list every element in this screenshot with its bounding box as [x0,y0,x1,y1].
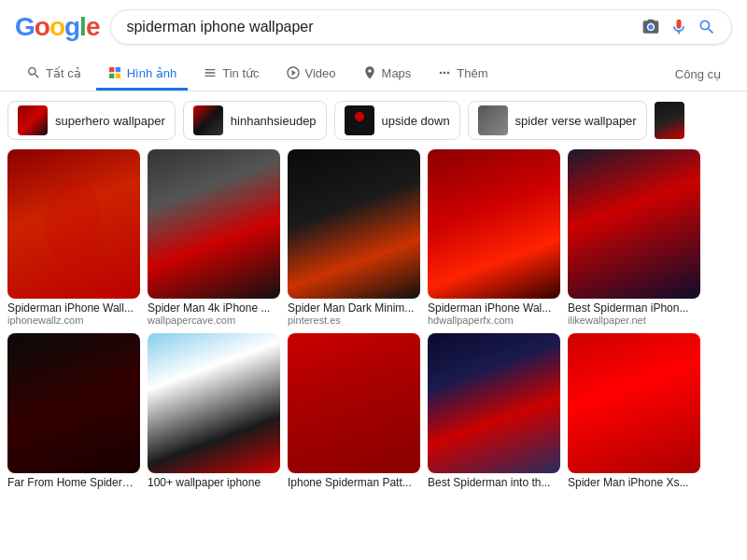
filter-chips: superhero wallpaper hinhanhsieudep upsid… [0,91,747,149]
image-caption-8: Iphone Spiderman Patt... [288,476,418,489]
image-card-2[interactable]: Spider Man 4k iPhone ... wallpapercave.c… [148,149,280,326]
svg-rect-5 [352,121,367,129]
image-thumb-10 [568,333,700,473]
image-caption-10: Spider Man iPhone Xs... [568,476,698,489]
nav-tabs: Tất cả Hình ảnh Tin tức Video Maps Thêm … [0,54,747,91]
image-thumb-6 [7,333,140,473]
image-card-5[interactable]: Best Spiderman iPhon... ilikewallpaper.n… [568,149,700,326]
tab-all[interactable]: Tất cả [15,58,92,91]
image-caption-2: Spider Man 4k iPhone ... [148,301,278,315]
header: Google [0,0,747,54]
filter-chip-hinhanh[interactable]: hinhanhsieudep [183,101,327,140]
tab-more[interactable]: Thêm [426,58,499,91]
image-source-4: hdwallpaperfx.com [428,315,560,326]
camera-search-icon[interactable] [641,18,660,36]
image-thumb-9 [428,333,560,473]
chip-thumb-hinhanh [193,105,223,135]
image-grid-row1: Spiderman iPhone Wall... iphonewallz.com… [0,149,747,326]
image-thumb-5 [568,149,700,299]
tools-button[interactable]: Công cụ [664,60,732,89]
image-source-5: ilikewallpaper.net [568,315,700,326]
svg-rect-0 [109,67,114,72]
image-thumb-2 [148,149,280,299]
image-thumb-4 [428,149,560,299]
tab-news[interactable]: Tin tức [191,58,270,91]
svg-rect-2 [109,74,114,78]
image-card-6[interactable]: Far From Home Spiderm... [7,333,140,489]
chip-thumb-extra [655,102,684,139]
image-source-2: wallpapercave.com [148,315,280,326]
image-card-7[interactable]: 100+ wallpaper iphone [148,333,280,489]
image-thumb-7 [148,333,280,473]
image-caption-6: Far From Home Spiderm... [7,476,138,489]
chip-thumb-superhero [18,105,48,135]
filter-chip-upside[interactable]: upside down [334,101,460,140]
svg-rect-3 [115,74,120,78]
search-icons [641,18,716,36]
search-input[interactable] [126,19,634,35]
search-icon[interactable] [698,18,716,36]
search-bar[interactable] [110,9,732,45]
image-grid-row2: Far From Home Spiderm... 100+ wallpaper … [0,333,747,489]
tab-images[interactable]: Hình ảnh [96,58,189,91]
image-source-1: iphonewallz.com [7,315,140,326]
svg-rect-1 [115,67,120,72]
image-caption-5: Best Spiderman iPhon... [568,301,698,315]
image-card-9[interactable]: Best Spiderman into th... [428,333,560,489]
image-card-8[interactable]: Iphone Spiderman Patt... [288,333,420,489]
filter-chip-spider-verse[interactable]: spider verse wallpaper [468,101,647,140]
chip-thumb-upside [345,105,374,135]
mic-icon[interactable] [669,18,688,36]
image-source-3: pinterest.es [288,315,420,326]
svg-point-4 [355,112,364,121]
svg-point-6 [46,177,102,271]
google-logo: Google [15,12,99,42]
image-card-3[interactable]: Spider Man Dark Minim... pinterest.es [288,149,420,326]
image-caption-3: Spider Man Dark Minim... [288,301,418,315]
image-thumb-1 [7,149,140,299]
tab-video[interactable]: Video [275,58,347,91]
image-card-10[interactable]: Spider Man iPhone Xs... [568,333,700,489]
image-caption-4: Spiderman iPhone Wal... [428,301,558,315]
image-thumb-3 [288,149,420,299]
image-thumb-8 [288,333,420,473]
tab-maps[interactable]: Maps [351,58,423,91]
image-card-1[interactable]: Spiderman iPhone Wall... iphonewallz.com [7,149,140,326]
filter-chip-superhero[interactable]: superhero wallpaper [7,101,176,140]
image-caption-7: 100+ wallpaper iphone [148,476,278,489]
chip-thumb-spider-verse [478,105,508,135]
image-caption-1: Spiderman iPhone Wall... [7,301,138,315]
image-card-4[interactable]: Spiderman iPhone Wal... hdwallpaperfx.co… [428,149,560,326]
image-caption-9: Best Spiderman into th... [428,476,558,489]
